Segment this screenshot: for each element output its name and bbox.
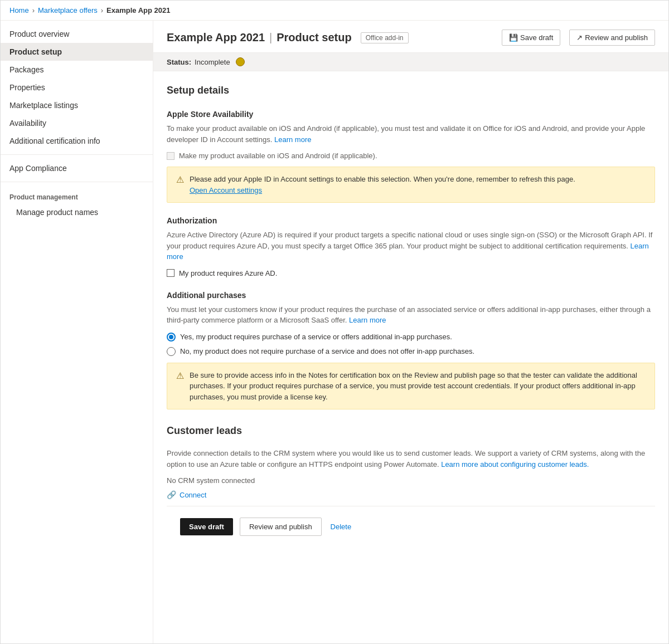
review-publish-header-button[interactable]: ↗ Review and publish [569,30,655,46]
additional-purchases-warning: ⚠ Be sure to provide access info in the … [167,363,655,410]
additional-purchases-description: You must let your customers know if your… [167,304,655,326]
azure-ad-checkbox[interactable] [167,269,174,277]
customer-leads-title: Customer leads [167,425,655,437]
sidebar-divider-1 [1,154,153,155]
status-value: Incomplete [195,58,230,66]
radio-no-row[interactable]: No, my product does not require purchase… [167,347,655,356]
open-account-settings-link[interactable]: Open Account settings [190,186,262,194]
sidebar-item-marketplace-listings[interactable]: Marketplace listings [1,96,153,114]
sidebar-item-availability[interactable]: Availability [1,114,153,132]
app-name: Example App 2021 [167,31,265,44]
status-label: Status: [167,58,191,66]
review-icon: ↗ [576,33,583,42]
apple-store-learn-more[interactable]: Learn more [274,135,311,144]
sidebar: Product overview Product setup Packages … [1,21,153,643]
radio-yes-label: Yes, my product requires purchase of a s… [180,333,452,341]
office-addon-badge: Office add-in [361,32,409,43]
apple-store-title: Apple Store Availability [167,110,655,119]
footer-actions: Save draft Review and publish Delete [167,506,655,547]
apple-store-warning-text: Please add your Apple ID in Account sett… [190,174,575,196]
authorization-description: Azure Active Directory (Azure AD) is req… [167,230,655,262]
save-draft-button[interactable]: Save draft [180,518,233,535]
additional-purchases-learn-more[interactable]: Learn more [349,316,386,324]
additional-purchases-warning-text: Be sure to provide access info in the No… [190,370,646,403]
breadcrumb-sep-2: › [101,6,103,14]
apple-store-checkbox [167,152,174,160]
apple-store-description: To make your product available on iOS an… [167,123,655,145]
breadcrumb-home[interactable]: Home [9,6,29,14]
customer-leads-section: Customer leads Provide connection detail… [167,425,655,499]
connect-row[interactable]: 🔗 Connect [167,490,655,499]
breadcrumb-marketplace-offers[interactable]: Marketplace offers [38,6,98,14]
connect-icon: 🔗 [167,490,176,499]
header-actions: 💾 Save draft ↗ Review and publish [502,30,655,46]
radio-no-button[interactable] [167,347,176,356]
sidebar-divider-2 [1,182,153,182]
sidebar-item-packages[interactable]: Packages [1,61,153,79]
additional-purchases-section: Additional purchases You must let your c… [167,291,655,410]
customer-leads-learn-more[interactable]: Learn more about configuring customer le… [441,460,589,469]
title-separator: | [269,31,272,44]
setup-details-title: Setup details [167,85,655,96]
review-publish-button[interactable]: Review and publish [240,518,322,536]
apple-store-checkbox-label: Make my product available on iOS and And… [179,152,377,160]
content-area: Example App 2021 | Product setup Office … [153,21,668,643]
sidebar-item-manage-product-names[interactable]: Manage product names [1,203,153,221]
sidebar-item-product-overview[interactable]: Product overview [1,25,153,43]
additional-purchases-title: Additional purchases [167,291,655,300]
save-icon: 💾 [509,33,518,42]
no-crm-text: No CRM system connected [167,476,655,485]
customer-leads-description: Provide connection details to the CRM sy… [167,448,655,470]
radio-yes-row[interactable]: Yes, my product requires purchase of a s… [167,333,655,341]
save-draft-header-button[interactable]: 💾 Save draft [502,30,560,46]
delete-button[interactable]: Delete [328,518,354,535]
authorization-section: Authorization Azure Active Directory (Az… [167,216,655,277]
apple-store-warning: ⚠ Please add your Apple ID in Account se… [167,167,655,203]
apple-store-section: Apple Store Availability To make your pr… [167,110,655,203]
authorization-title: Authorization [167,216,655,225]
radio-yes-button[interactable] [167,333,176,341]
sidebar-item-app-compliance[interactable]: App Compliance [1,159,153,177]
breadcrumb-sep-1: › [32,6,35,14]
status-bar: Status: Incomplete [153,53,668,71]
sidebar-item-product-setup[interactable]: Product setup [1,43,153,61]
warning-triangle-icon-2: ⚠ [176,370,184,381]
radio-yes-inner [169,335,173,339]
sidebar-item-additional-certification[interactable]: Additional certification info [1,132,153,150]
radio-no-label: No, my product does not require purchase… [180,347,474,355]
content-header: Example App 2021 | Product setup Office … [153,21,668,53]
content-title: Example App 2021 | Product setup Office … [167,31,409,44]
sidebar-item-properties[interactable]: Properties [1,79,153,96]
sidebar-section-product-management: Product management [1,187,153,203]
connect-link[interactable]: Connect [180,491,206,499]
breadcrumb: Home › Marketplace offers › Example App … [1,1,668,21]
content-body: Setup details Apple Store Availability T… [153,71,668,643]
warning-triangle-icon: ⚠ [176,174,184,185]
page-title: Product setup [277,31,351,44]
authorization-checkbox-row[interactable]: My product requires Azure AD. [167,269,655,277]
apple-store-checkbox-row: Make my product available on iOS and And… [167,152,655,160]
breadcrumb-current: Example App 2021 [106,6,170,14]
status-icon [236,57,245,66]
azure-ad-checkbox-label: My product requires Azure AD. [179,269,277,277]
